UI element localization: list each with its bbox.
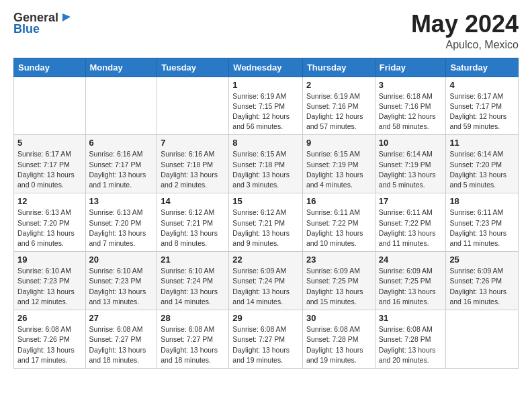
cell-info: Sunrise: 6:10 AMSunset: 7:23 PMDaylight:… xyxy=(89,266,154,307)
cell-info: Sunrise: 6:11 AMSunset: 7:23 PMDaylight:… xyxy=(449,208,515,248)
cell-info: Sunrise: 6:13 AMSunset: 7:20 PMDaylight:… xyxy=(17,208,82,248)
table-row: 2Sunrise: 6:19 AMSunset: 7:16 PMDaylight… xyxy=(302,77,375,135)
table-row: 19Sunrise: 6:10 AMSunset: 7:23 PMDayligh… xyxy=(14,252,86,310)
cell-info: Sunrise: 6:10 AMSunset: 7:24 PMDaylight:… xyxy=(161,266,225,307)
cell-info: Sunrise: 6:12 AMSunset: 7:21 PMDaylight:… xyxy=(232,208,299,248)
cell-day-number: 10 xyxy=(379,138,443,148)
cell-day-number: 28 xyxy=(161,313,225,323)
table-row: 24Sunrise: 6:09 AMSunset: 7:25 PMDayligh… xyxy=(375,252,446,310)
col-wednesday: Wednesday xyxy=(229,58,303,77)
calendar-week-row: 5Sunrise: 6:17 AMSunset: 7:17 PMDaylight… xyxy=(14,135,519,193)
cell-info: Sunrise: 6:12 AMSunset: 7:21 PMDaylight:… xyxy=(161,208,225,248)
cell-day-number: 7 xyxy=(161,138,225,148)
table-row: 4Sunrise: 6:17 AMSunset: 7:17 PMDaylight… xyxy=(446,77,519,135)
table-row: 14Sunrise: 6:12 AMSunset: 7:21 PMDayligh… xyxy=(157,193,229,252)
calendar-header-row: Sunday Monday Tuesday Wednesday Thursday… xyxy=(14,58,519,77)
cell-day-number: 30 xyxy=(306,313,371,323)
col-monday: Monday xyxy=(85,58,157,77)
svg-marker-0 xyxy=(62,13,71,21)
col-sunday: Sunday xyxy=(14,58,86,77)
table-row: 13Sunrise: 6:13 AMSunset: 7:20 PMDayligh… xyxy=(85,193,157,252)
table-row: 15Sunrise: 6:12 AMSunset: 7:21 PMDayligh… xyxy=(229,193,303,252)
cell-day-number: 26 xyxy=(17,313,82,323)
cell-day-number: 8 xyxy=(232,138,299,148)
cell-info: Sunrise: 6:16 AMSunset: 7:18 PMDaylight:… xyxy=(161,149,225,190)
table-row xyxy=(157,77,229,135)
cell-day-number: 6 xyxy=(89,138,154,148)
cell-day-number: 22 xyxy=(232,255,299,265)
cell-info: Sunrise: 6:09 AMSunset: 7:24 PMDaylight:… xyxy=(232,266,299,307)
cell-day-number: 20 xyxy=(89,255,154,265)
table-row: 9Sunrise: 6:15 AMSunset: 7:19 PMDaylight… xyxy=(302,135,375,193)
table-row: 10Sunrise: 6:14 AMSunset: 7:19 PMDayligh… xyxy=(375,135,446,193)
cell-info: Sunrise: 6:15 AMSunset: 7:18 PMDaylight:… xyxy=(232,149,299,190)
cell-info: Sunrise: 6:18 AMSunset: 7:16 PMDaylight:… xyxy=(379,91,443,132)
col-tuesday: Tuesday xyxy=(157,58,229,77)
cell-info: Sunrise: 6:19 AMSunset: 7:15 PMDaylight:… xyxy=(232,91,299,132)
cell-day-number: 14 xyxy=(161,196,225,206)
table-row: 21Sunrise: 6:10 AMSunset: 7:24 PMDayligh… xyxy=(157,252,229,310)
table-row: 18Sunrise: 6:11 AMSunset: 7:23 PMDayligh… xyxy=(446,193,519,252)
cell-info: Sunrise: 6:08 AMSunset: 7:28 PMDaylight:… xyxy=(306,324,371,365)
cell-info: Sunrise: 6:13 AMSunset: 7:20 PMDaylight:… xyxy=(89,208,154,248)
cell-info: Sunrise: 6:08 AMSunset: 7:27 PMDaylight:… xyxy=(161,324,225,365)
table-row: 16Sunrise: 6:11 AMSunset: 7:22 PMDayligh… xyxy=(302,193,375,252)
cell-day-number: 17 xyxy=(379,196,443,206)
title-month: May 2024 xyxy=(411,11,519,38)
cell-info: Sunrise: 6:08 AMSunset: 7:26 PMDaylight:… xyxy=(17,324,82,365)
col-saturday: Saturday xyxy=(446,58,519,77)
table-row: 17Sunrise: 6:11 AMSunset: 7:22 PMDayligh… xyxy=(375,193,446,252)
table-row xyxy=(85,77,157,135)
cell-day-number: 15 xyxy=(232,196,299,206)
cell-info: Sunrise: 6:08 AMSunset: 7:28 PMDaylight:… xyxy=(379,324,443,365)
cell-day-number: 12 xyxy=(17,196,82,206)
table-row: 5Sunrise: 6:17 AMSunset: 7:17 PMDaylight… xyxy=(14,135,86,193)
logo: General Blue xyxy=(13,11,72,36)
cell-info: Sunrise: 6:14 AMSunset: 7:19 PMDaylight:… xyxy=(379,149,443,190)
cell-info: Sunrise: 6:14 AMSunset: 7:20 PMDaylight:… xyxy=(449,149,515,190)
cell-day-number: 4 xyxy=(449,80,515,90)
table-row: 8Sunrise: 6:15 AMSunset: 7:18 PMDaylight… xyxy=(229,135,303,193)
cell-day-number: 19 xyxy=(17,255,82,265)
table-row: 20Sunrise: 6:10 AMSunset: 7:23 PMDayligh… xyxy=(85,252,157,310)
cell-day-number: 18 xyxy=(449,196,515,206)
cell-day-number: 31 xyxy=(379,313,443,323)
cell-day-number: 21 xyxy=(161,255,225,265)
table-row: 25Sunrise: 6:09 AMSunset: 7:26 PMDayligh… xyxy=(446,252,519,310)
table-row: 12Sunrise: 6:13 AMSunset: 7:20 PMDayligh… xyxy=(14,193,86,252)
cell-day-number: 16 xyxy=(306,196,371,206)
table-row: 27Sunrise: 6:08 AMSunset: 7:27 PMDayligh… xyxy=(85,310,157,369)
calendar-week-row: 26Sunrise: 6:08 AMSunset: 7:26 PMDayligh… xyxy=(14,310,519,369)
cell-info: Sunrise: 6:09 AMSunset: 7:25 PMDaylight:… xyxy=(306,266,371,307)
cell-info: Sunrise: 6:17 AMSunset: 7:17 PMDaylight:… xyxy=(17,149,82,190)
table-row: 28Sunrise: 6:08 AMSunset: 7:27 PMDayligh… xyxy=(157,310,229,369)
table-row: 6Sunrise: 6:16 AMSunset: 7:17 PMDaylight… xyxy=(85,135,157,193)
header: General Blue May 2024 Apulco, Mexico xyxy=(13,11,519,51)
table-row: 23Sunrise: 6:09 AMSunset: 7:25 PMDayligh… xyxy=(302,252,375,310)
table-row: 26Sunrise: 6:08 AMSunset: 7:26 PMDayligh… xyxy=(14,310,86,369)
cell-day-number: 29 xyxy=(232,313,299,323)
col-friday: Friday xyxy=(375,58,446,77)
title-block: May 2024 Apulco, Mexico xyxy=(411,11,519,51)
table-row: 3Sunrise: 6:18 AMSunset: 7:16 PMDaylight… xyxy=(375,77,446,135)
table-row: 30Sunrise: 6:08 AMSunset: 7:28 PMDayligh… xyxy=(302,310,375,369)
cell-info: Sunrise: 6:08 AMSunset: 7:27 PMDaylight:… xyxy=(89,324,154,365)
table-row: 11Sunrise: 6:14 AMSunset: 7:20 PMDayligh… xyxy=(446,135,519,193)
cell-day-number: 9 xyxy=(306,138,371,148)
table-row: 7Sunrise: 6:16 AMSunset: 7:18 PMDaylight… xyxy=(157,135,229,193)
cell-info: Sunrise: 6:11 AMSunset: 7:22 PMDaylight:… xyxy=(379,208,443,248)
calendar-table: Sunday Monday Tuesday Wednesday Thursday… xyxy=(13,58,519,369)
cell-info: Sunrise: 6:17 AMSunset: 7:17 PMDaylight:… xyxy=(449,91,515,132)
cell-info: Sunrise: 6:19 AMSunset: 7:16 PMDaylight:… xyxy=(306,91,371,132)
table-row xyxy=(446,310,519,369)
cell-day-number: 3 xyxy=(379,80,443,90)
cell-day-number: 11 xyxy=(449,138,515,148)
table-row: 31Sunrise: 6:08 AMSunset: 7:28 PMDayligh… xyxy=(375,310,446,369)
cell-info: Sunrise: 6:15 AMSunset: 7:19 PMDaylight:… xyxy=(306,149,371,190)
cell-info: Sunrise: 6:11 AMSunset: 7:22 PMDaylight:… xyxy=(306,208,371,248)
logo-icon xyxy=(60,12,72,24)
cell-info: Sunrise: 6:16 AMSunset: 7:17 PMDaylight:… xyxy=(89,149,154,190)
cell-info: Sunrise: 6:10 AMSunset: 7:23 PMDaylight:… xyxy=(17,266,82,307)
cell-day-number: 13 xyxy=(89,196,154,206)
table-row: 22Sunrise: 6:09 AMSunset: 7:24 PMDayligh… xyxy=(229,252,303,310)
